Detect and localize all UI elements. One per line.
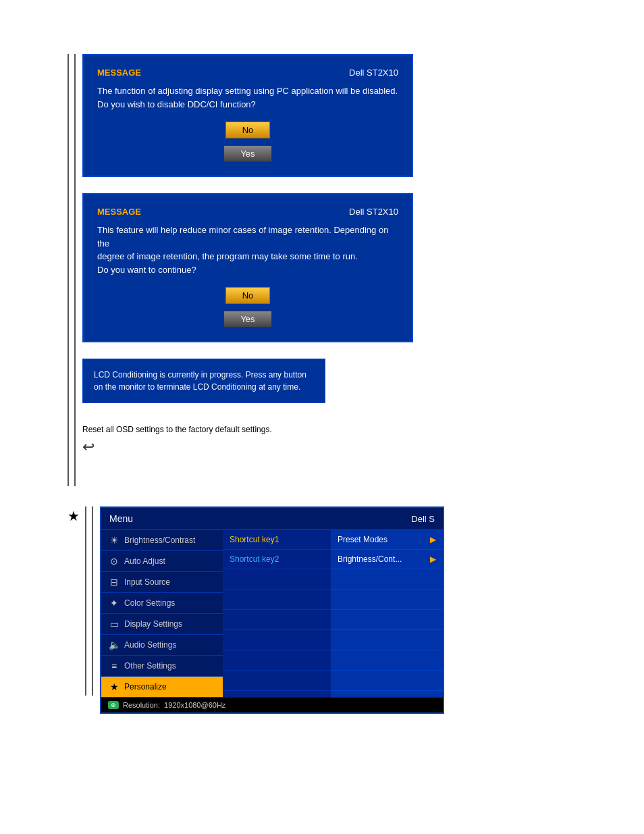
page: MESSAGE Dell ST2X10 The function of adju… [0, 0, 644, 834]
auto-adjust-icon: ⊙ [108, 556, 120, 567]
menu-item-personalize[interactable]: ★ Personalize [101, 677, 223, 698]
dialog1-body: The function of adjusting display settin… [97, 84, 398, 111]
dialog1-brand: Dell ST2X10 [349, 68, 398, 78]
osd-menu-title: Menu [109, 513, 133, 524]
other-settings-icon: ≡ [108, 660, 120, 671]
dialog2-body: This feature will help reduce minor case… [97, 224, 398, 276]
menu-item-brightness[interactable]: ☀ Brightness/Contrast [101, 530, 223, 551]
reset-section: Reset all OSD settings to the factory de… [82, 425, 644, 456]
bottom-left: ★ [68, 506, 93, 714]
value-empty-3 [331, 610, 443, 630]
menu-item-color-settings-label: Color Settings [124, 598, 175, 608]
osd-menu-right-panel: Preset Modes ▶ Brightness/Cont... ▶ [331, 530, 443, 698]
dialog1-yes-button[interactable]: Yes [223, 145, 271, 162]
shortcut-key1-label[interactable]: Shortcut key1 [223, 530, 331, 550]
top-section: MESSAGE Dell ST2X10 The function of adju… [68, 54, 644, 486]
menu-item-display-settings-label: Display Settings [124, 619, 182, 629]
menu-item-display-settings[interactable]: ▭ Display Settings [101, 614, 223, 635]
dialog2-no-button[interactable]: No [225, 287, 271, 304]
shortcut-empty-3 [223, 610, 331, 630]
dialog2-header: MESSAGE Dell ST2X10 [97, 207, 398, 217]
dialog2-line3: Do you want to continue? [97, 265, 196, 275]
content-area: MESSAGE Dell ST2X10 The function of adju… [82, 54, 644, 486]
dialog2-line2: degree of image retention, the program m… [97, 251, 358, 261]
menu-item-other-settings-label: Other Settings [124, 661, 176, 671]
shortcut-key2-label[interactable]: Shortcut key2 [223, 550, 331, 569]
dialog-ddcci: MESSAGE Dell ST2X10 The function of adju… [82, 54, 413, 177]
shortcut-key1-value-label: Preset Modes [338, 535, 387, 544]
shortcut-empty-6 [223, 671, 331, 691]
personalize-icon: ★ [108, 681, 120, 692]
bottom-border-line-1 [85, 506, 86, 696]
shortcut-key1-value[interactable]: Preset Modes ▶ [331, 530, 443, 550]
menu-item-auto-adjust-label: Auto Adjust [124, 556, 165, 566]
value-empty-5 [331, 650, 443, 671]
dialog2-line1: This feature will help reduce minor case… [97, 225, 388, 249]
dialog1-buttons: No Yes [97, 122, 398, 162]
reset-icon[interactable]: ↩ [82, 438, 95, 456]
lcd-line2: on the monitor to terminate LCD Conditio… [94, 382, 300, 392]
resolution-label: Resolution: [123, 701, 160, 709]
dialog1-no-button[interactable]: No [225, 122, 271, 138]
resolution-value: 1920x1080@60Hz [164, 701, 225, 709]
star-indicator-icon: ★ [68, 508, 80, 524]
shortcut-key2-arrow: ▶ [430, 554, 436, 564]
osd-menu-middle-panel: Shortcut key1 Shortcut key2 [223, 530, 331, 698]
menu-item-personalize-label: Personalize [124, 682, 167, 692]
border-line-2 [74, 54, 76, 486]
osd-menu: Menu Dell S ☀ Brightness/Contrast ⊙ Auto… [100, 506, 444, 714]
menu-item-color-settings[interactable]: ✦ Color Settings [101, 593, 223, 614]
menu-item-input-source-label: Input Source [124, 577, 170, 587]
border-line-1 [68, 54, 69, 486]
value-empty-1 [331, 569, 443, 590]
menu-item-brightness-label: Brightness/Contrast [124, 536, 195, 545]
value-empty-4 [331, 630, 443, 650]
menu-item-other-settings[interactable]: ≡ Other Settings [101, 656, 223, 677]
shortcut-empty-4 [223, 630, 331, 650]
input-source-icon: ⊟ [108, 577, 120, 588]
bottom-border-line-2 [92, 506, 93, 696]
lcd-line1: LCD Conditioning is currently in progres… [94, 370, 306, 380]
display-settings-icon: ▭ [108, 619, 120, 629]
osd-menu-left-panel: ☀ Brightness/Contrast ⊙ Auto Adjust ⊟ In… [101, 530, 223, 698]
menu-item-input-source[interactable]: ⊟ Input Source [101, 572, 223, 593]
dialog1-line1: The function of adjusting display settin… [97, 86, 398, 96]
menu-item-audio-settings-label: Audio Settings [124, 640, 176, 650]
shortcut-empty-5 [223, 650, 331, 671]
audio-settings-icon: 🔈 [108, 640, 120, 650]
shortcut-key1-arrow: ▶ [430, 535, 436, 544]
menu-item-auto-adjust[interactable]: ⊙ Auto Adjust [101, 551, 223, 572]
osd-menu-body: ☀ Brightness/Contrast ⊙ Auto Adjust ⊟ In… [101, 530, 443, 698]
brightness-icon: ☀ [108, 535, 120, 546]
shortcut-key2-value-label: Brightness/Cont... [338, 554, 402, 564]
dell-energy-star-icon: ⊕ [108, 701, 119, 709]
osd-menu-footer: ⊕ Resolution: 1920x1080@60Hz [101, 698, 443, 712]
osd-menu-brand: Dell S [411, 514, 435, 524]
shortcut-empty-1 [223, 569, 331, 590]
dialog2-title: MESSAGE [97, 207, 141, 217]
lcd-progress-box: LCD Conditioning is currently in progres… [82, 359, 325, 403]
shortcut-key2-value[interactable]: Brightness/Cont... ▶ [331, 550, 443, 569]
value-empty-2 [331, 590, 443, 610]
reset-text: Reset all OSD settings to the factory de… [82, 425, 644, 434]
left-border-lines [68, 54, 76, 486]
dialog1-line2: Do you wish to disable DDC/CI function? [97, 99, 256, 109]
dialog1-header: MESSAGE Dell ST2X10 [97, 68, 398, 78]
dialog2-yes-button[interactable]: Yes [223, 311, 271, 328]
osd-menu-header: Menu Dell S [101, 508, 443, 530]
shortcut-empty-2 [223, 590, 331, 610]
menu-item-audio-settings[interactable]: 🔈 Audio Settings [101, 635, 223, 656]
bottom-section: ★ Menu Dell S ☀ Brightness/Contrast [68, 506, 644, 714]
value-empty-6 [331, 671, 443, 691]
color-settings-icon: ✦ [108, 598, 120, 608]
dialog1-title: MESSAGE [97, 68, 141, 78]
dialog-lcd-conditioning: MESSAGE Dell ST2X10 This feature will he… [82, 193, 413, 342]
dialog2-brand: Dell ST2X10 [349, 207, 398, 217]
bottom-border-lines [85, 506, 93, 696]
dialog2-buttons: No Yes [97, 287, 398, 328]
